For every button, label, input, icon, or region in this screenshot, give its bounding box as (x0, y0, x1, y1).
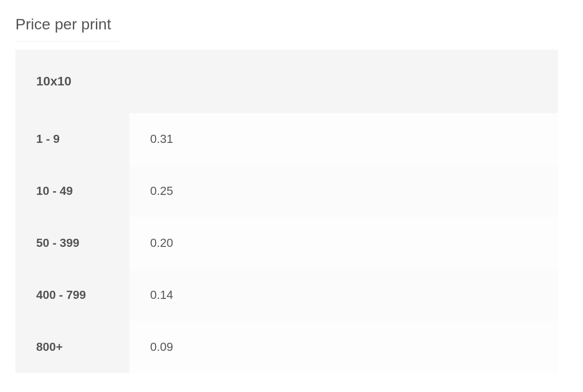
price-value: 0.20 (129, 217, 558, 269)
qty-range: 400 - 799 (15, 269, 129, 321)
price-value: 0.14 (129, 269, 558, 321)
qty-range: 1 - 9 (15, 113, 129, 165)
table-row: 800+ 0.09 (15, 321, 558, 373)
table-row: 400 - 799 0.14 (15, 269, 558, 321)
qty-range: 10 - 49 (15, 165, 129, 217)
price-value: 0.31 (129, 113, 558, 165)
price-value: 0.25 (129, 165, 558, 217)
price-value: 0.09 (129, 321, 558, 373)
page-title: Price per print (15, 15, 568, 33)
table-row: 1 - 9 0.31 (15, 113, 558, 165)
header-blank (129, 50, 558, 113)
qty-range: 800+ (15, 321, 129, 373)
price-table: 10x10 1 - 9 0.31 10 - 49 0.25 50 - 399 0… (15, 50, 558, 373)
table-row: 10 - 49 0.25 (15, 165, 558, 217)
title-underline (15, 41, 119, 42)
table-header-row: 10x10 (15, 50, 558, 113)
table-row: 50 - 399 0.20 (15, 217, 558, 269)
header-size: 10x10 (15, 50, 129, 113)
qty-range: 50 - 399 (15, 217, 129, 269)
